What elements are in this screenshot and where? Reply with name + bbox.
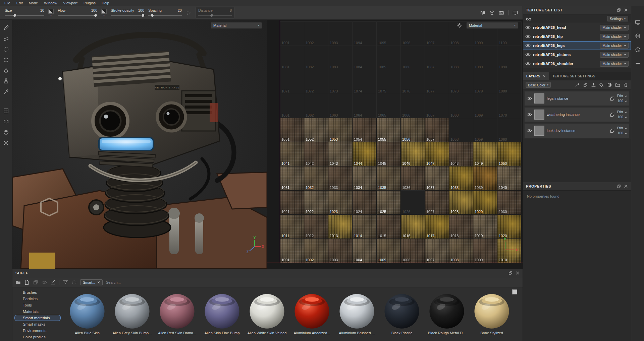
- udim-tile-1060[interactable]: 1060: [497, 118, 522, 142]
- flow-slider-knob[interactable]: [94, 14, 97, 17]
- close-panel-icon[interactable]: [624, 8, 628, 12]
- udim-tile-1065[interactable]: 1065: [377, 94, 401, 118]
- udim-tile-1042[interactable]: 1042: [304, 142, 328, 166]
- texture-set-settings-button[interactable]: Settings▾: [607, 16, 628, 21]
- material-picker-tool-icon[interactable]: [3, 89, 9, 95]
- size-slider-knob[interactable]: [13, 14, 16, 17]
- material-item[interactable]: Alien Red Skin Dama...: [155, 292, 200, 335]
- udim-tile-1022[interactable]: 1022: [304, 190, 328, 214]
- scatter-shape-icon[interactable]: [186, 10, 191, 15]
- udim-tile-1029[interactable]: 1029: [473, 190, 497, 214]
- udim-tile-1006[interactable]: 1006: [401, 238, 425, 263]
- udim-tile-1028[interactable]: 1028: [449, 190, 473, 214]
- layer-row[interactable]: look dev instancePthr100: [524, 123, 630, 138]
- udim-tile-1069[interactable]: 1069: [473, 94, 497, 118]
- export-icon[interactable]: [50, 280, 56, 285]
- menu-item-window[interactable]: Window: [41, 0, 60, 6]
- udim-tile-1096[interactable]: 1096: [401, 21, 425, 46]
- projection-tool-icon[interactable]: [3, 46, 9, 52]
- udim-tile-1004[interactable]: 1004: [353, 238, 377, 263]
- instance-link-icon[interactable]: [610, 96, 615, 101]
- udim-tile-1039[interactable]: 1039: [473, 166, 497, 190]
- texture-set-visibility-icon[interactable]: [525, 62, 531, 66]
- open-folder-icon[interactable]: [15, 280, 21, 285]
- udim-tile-1014[interactable]: 1014: [353, 214, 377, 238]
- udim-tile-1089[interactable]: 1089: [473, 46, 497, 70]
- shelf-category-particles[interactable]: Particles: [14, 296, 61, 302]
- layer-visibility-icon[interactable]: [527, 129, 532, 133]
- udim-tile-1041[interactable]: 1041: [280, 142, 304, 166]
- udim-tile-1026[interactable]: 1026: [401, 190, 425, 214]
- udim-tile-1072[interactable]: 1072: [304, 70, 328, 94]
- viewport-3d[interactable]: RETROFIT AF26 Material▾ Y X: [12, 20, 267, 269]
- udim-tile-1021[interactable]: 1021: [280, 190, 304, 214]
- udim-tile-1070[interactable]: 1070: [497, 94, 522, 118]
- udim-tile-1079[interactable]: 1079: [473, 70, 497, 94]
- udim-tile-1043[interactable]: 1043: [328, 142, 353, 166]
- toggle-visibility-icon[interactable]: [42, 280, 47, 285]
- udim-tile-1068[interactable]: 1068: [449, 94, 473, 118]
- material-item[interactable]: Black Plastic: [379, 292, 424, 335]
- udim-tile-1067[interactable]: 1067: [425, 94, 449, 118]
- perspective-cube-icon[interactable]: [489, 10, 495, 15]
- udim-tile-1059[interactable]: 1059: [473, 118, 497, 142]
- popout-panel-icon[interactable]: [508, 271, 513, 275]
- udim-tile-1040[interactable]: 1040: [497, 166, 522, 190]
- udim-tile-1011[interactable]: 1011: [280, 214, 304, 238]
- udim-tile-1056[interactable]: 1056: [401, 118, 425, 142]
- live-filter-icon[interactable]: [71, 280, 77, 285]
- udim-tile-1075[interactable]: 1075: [377, 70, 401, 94]
- udim-tile-1038[interactable]: 1038: [449, 166, 473, 190]
- udim-tile-1013[interactable]: 1013: [328, 214, 353, 238]
- udim-tile-1078[interactable]: 1078: [449, 70, 473, 94]
- udim-tile-1003[interactable]: 1003: [328, 238, 353, 263]
- udim-tile-1030[interactable]: 1030: [497, 190, 522, 214]
- udim-tile-1055[interactable]: 1055: [377, 118, 401, 142]
- brush-tool-icon[interactable]: [3, 25, 9, 31]
- udim-tile-1088[interactable]: 1088: [449, 46, 473, 70]
- udim-tile-1002[interactable]: 1002: [304, 238, 328, 263]
- viewport-settings-gear-icon[interactable]: [457, 22, 462, 28]
- udim-tile-1024[interactable]: 1024: [353, 190, 377, 214]
- layer-visibility-icon[interactable]: [527, 96, 532, 100]
- udim-tile-1046[interactable]: 1046: [401, 142, 425, 166]
- udim-tile-1064[interactable]: 1064: [353, 94, 377, 118]
- texture-set-row[interactable]: retrofitAF26_legsMain shader: [523, 41, 631, 50]
- instance-link-icon[interactable]: [610, 128, 615, 133]
- layer-row[interactable]: weathering instancePthr100: [524, 107, 630, 122]
- udim-tile-1092[interactable]: 1092: [304, 21, 328, 46]
- udim-tile-1032[interactable]: 1032: [304, 166, 328, 190]
- udim-tile-1058[interactable]: 1058: [449, 118, 473, 142]
- udim-tile-1057[interactable]: 1057: [425, 118, 449, 142]
- layer-opacity-dropdown[interactable]: 100: [618, 115, 627, 119]
- layer-opacity-dropdown[interactable]: 100: [618, 99, 627, 103]
- udim-tile-1097[interactable]: 1097: [425, 21, 449, 46]
- shelf-category-tools[interactable]: Tools: [14, 302, 61, 308]
- material-item[interactable]: Bone Stylized: [469, 292, 514, 335]
- udim-tile-1066[interactable]: 1066: [401, 94, 425, 118]
- lazy-mouse-icon[interactable]: [3, 129, 9, 135]
- stroke-opacity-slider-knob[interactable]: [141, 14, 145, 17]
- layer-row[interactable]: legs instancePthr100: [524, 91, 630, 106]
- shader-dropdown[interactable]: Main shader: [600, 61, 629, 67]
- udim-tile-1094[interactable]: 1094: [353, 21, 377, 46]
- flow-falloff-widget[interactable]: ▾: [101, 9, 107, 17]
- shader-settings-icon[interactable]: [635, 33, 641, 39]
- spacing-slider-knob[interactable]: [151, 14, 154, 17]
- history-icon[interactable]: [635, 47, 641, 53]
- material-item[interactable]: Aluminium Brushed ...: [334, 292, 379, 335]
- udim-tile-1008[interactable]: 1008: [449, 238, 473, 263]
- udim-tile-1005[interactable]: 1005: [377, 238, 401, 263]
- menu-item-mode[interactable]: Mode: [26, 0, 41, 6]
- udim-tile-1083[interactable]: 1083: [328, 46, 353, 70]
- shader-dropdown[interactable]: Main shader: [600, 43, 629, 49]
- tab-texture-set-settings[interactable]: TEXTURE SET SETTINGS: [549, 72, 599, 80]
- blend-mode-dropdown[interactable]: Pthr: [617, 94, 627, 98]
- layer-opacity-dropdown[interactable]: 100: [618, 131, 627, 135]
- material-item[interactable]: Alien Blue Skin: [65, 292, 110, 335]
- udim-tile-1063[interactable]: 1063: [328, 94, 353, 118]
- duplicate-icon[interactable]: [33, 280, 38, 285]
- texture-set-row[interactable]: retrofitAF26_hipMain shader: [523, 32, 631, 41]
- udim-tile-1015[interactable]: 1015: [377, 214, 401, 238]
- udim-tile-1017[interactable]: 1017: [425, 214, 449, 238]
